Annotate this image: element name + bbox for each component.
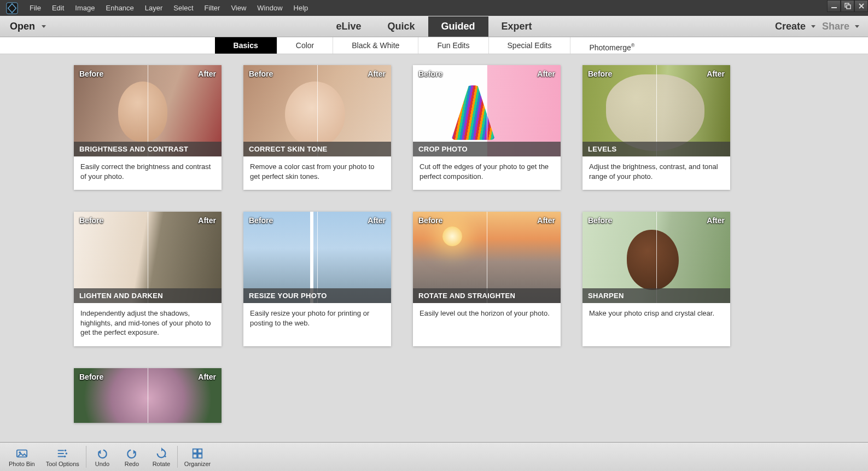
before-label: Before <box>79 216 103 225</box>
app-icon <box>4 1 20 15</box>
category-black-white[interactable]: Black & White <box>333 37 418 54</box>
before-label: Before <box>249 69 273 78</box>
card-image: Before After LIGHTEN AND DARKEN <box>74 212 222 303</box>
action-bar: Open eLiveQuickGuidedExpert Create Share <box>0 16 868 37</box>
card-description: Easily resize your photo for printing or… <box>243 303 391 336</box>
tool-label: Redo <box>125 461 139 467</box>
share-label: Share <box>822 21 849 32</box>
guided-card-crop-photo[interactable]: Before After CROP PHOTO Cut off the edge… <box>413 65 561 190</box>
mode-quick[interactable]: Quick <box>374 16 428 37</box>
close-button[interactable] <box>854 0 868 12</box>
guided-card-resize-your-photo[interactable]: Before After RESIZE YOUR PHOTO Easily re… <box>243 212 391 346</box>
mode-elive[interactable]: eLive <box>323 16 374 37</box>
category-fun-edits[interactable]: Fun Edits <box>418 37 488 54</box>
before-label: Before <box>588 216 612 225</box>
category-photomerge[interactable]: Photomerge® <box>570 37 653 54</box>
menu-edit[interactable]: Edit <box>46 0 69 16</box>
svg-rect-12 <box>193 454 197 458</box>
redo-icon <box>125 446 138 461</box>
tool-label: Organizer <box>184 461 211 467</box>
tool-label: Photo Bin <box>9 461 35 467</box>
tool-undo[interactable]: Undo <box>88 445 117 468</box>
minimize-button[interactable] <box>827 0 841 12</box>
card-image: Before After BRIGHTNESS AND CONTRAST <box>74 65 222 156</box>
guided-card-rotate-and-straighten[interactable]: Before After ROTATE AND STRAIGHTEN Easil… <box>413 212 561 346</box>
menu-enhance[interactable]: Enhance <box>101 0 139 16</box>
tool-label: Tool Options <box>46 461 79 467</box>
svg-point-9 <box>165 456 166 457</box>
svg-rect-10 <box>193 449 197 453</box>
card-title: LIGHTEN AND DARKEN <box>74 288 222 303</box>
tool-redo[interactable]: Redo <box>117 445 147 468</box>
menu-filter[interactable]: Filter <box>199 0 226 16</box>
card-description: Remove a color cast from your photo to g… <box>243 156 391 190</box>
svg-rect-11 <box>198 449 202 453</box>
before-label: Before <box>418 69 442 78</box>
tool-rotate[interactable]: Rotate <box>147 445 176 468</box>
window-controls <box>827 0 868 12</box>
tool-options-icon <box>56 446 69 461</box>
card-image: Before After ROTATE AND STRAIGHTEN <box>413 212 561 303</box>
menu-image[interactable]: Image <box>69 0 100 16</box>
menu-help[interactable]: Help <box>288 0 314 16</box>
card-title: RESIZE YOUR PHOTO <box>243 288 391 303</box>
undo-icon <box>96 446 109 461</box>
card-description: Easily level out the horizon of your pho… <box>413 303 561 332</box>
before-label: Before <box>79 69 103 78</box>
category-color[interactable]: Color <box>277 37 333 54</box>
after-label: After <box>368 216 386 225</box>
after-label: After <box>198 69 216 78</box>
card-description: Adjust the brightness, contrast, and ton… <box>582 156 730 190</box>
card-description: Make your photo crisp and crystal clear. <box>582 303 730 332</box>
tool-photo-bin[interactable]: Photo Bin <box>3 445 40 468</box>
open-label: Open <box>10 21 35 32</box>
after-label: After <box>198 216 216 225</box>
menu-select[interactable]: Select <box>168 0 199 16</box>
guided-card-vignette-effect[interactable]: Before After VIGNETTE EFFECT Add a vigne… <box>74 368 222 423</box>
card-title: CORRECT SKIN TONE <box>243 142 391 156</box>
open-button[interactable]: Open <box>0 21 60 32</box>
mode-expert[interactable]: Expert <box>488 16 545 37</box>
svg-rect-13 <box>198 454 202 458</box>
share-button[interactable]: Share <box>822 21 859 32</box>
card-title: LEVELS <box>582 142 730 156</box>
guided-card-correct-skin-tone[interactable]: Before After CORRECT SKIN TONE Remove a … <box>243 65 391 190</box>
before-label: Before <box>79 373 103 381</box>
card-title: SHARPEN <box>582 288 730 303</box>
card-title: CROP PHOTO <box>413 142 561 156</box>
after-label: After <box>198 373 216 381</box>
guided-card-sharpen[interactable]: Before After SHARPEN Make your photo cri… <box>582 212 730 346</box>
card-image: Before After SHARPEN <box>582 212 730 303</box>
tool-label: Rotate <box>153 461 170 467</box>
category-basics[interactable]: Basics <box>215 37 277 54</box>
guided-card-brightness-and-contrast[interactable]: Before After BRIGHTNESS AND CONTRAST Eas… <box>74 65 222 190</box>
guided-card-lighten-and-darken[interactable]: Before After LIGHTEN AND DARKEN Independ… <box>74 212 222 346</box>
svg-rect-1 <box>831 7 837 8</box>
tool-organizer[interactable]: Organizer <box>179 445 216 468</box>
card-image: Before After CROP PHOTO <box>413 65 561 156</box>
after-label: After <box>537 216 555 225</box>
svg-rect-3 <box>847 5 850 9</box>
guided-card-levels[interactable]: Before After LEVELS Adjust the brightnes… <box>582 65 730 190</box>
organizer-icon <box>191 446 204 461</box>
menu-view[interactable]: View <box>225 0 252 16</box>
create-button[interactable]: Create <box>775 21 815 32</box>
maximize-button[interactable] <box>841 0 854 12</box>
mode-guided[interactable]: Guided <box>428 16 488 37</box>
separator <box>86 446 86 468</box>
menu-file[interactable]: File <box>24 0 46 16</box>
separator <box>177 446 178 468</box>
card-title: ROTATE AND STRAIGHTEN <box>413 288 561 303</box>
after-label: After <box>368 69 386 78</box>
chevron-down-icon <box>811 25 815 28</box>
tool-label: Undo <box>95 461 109 467</box>
chevron-down-icon <box>855 25 859 28</box>
menu-bar: FileEditImageEnhanceLayerSelectFilterVie… <box>0 0 868 16</box>
tool-tool-options[interactable]: Tool Options <box>40 445 85 468</box>
category-special-edits[interactable]: Special Edits <box>489 37 571 54</box>
create-label: Create <box>775 21 806 32</box>
menu-layer[interactable]: Layer <box>139 0 168 16</box>
before-label: Before <box>249 216 273 225</box>
menu-window[interactable]: Window <box>252 0 288 16</box>
after-label: After <box>537 69 555 78</box>
